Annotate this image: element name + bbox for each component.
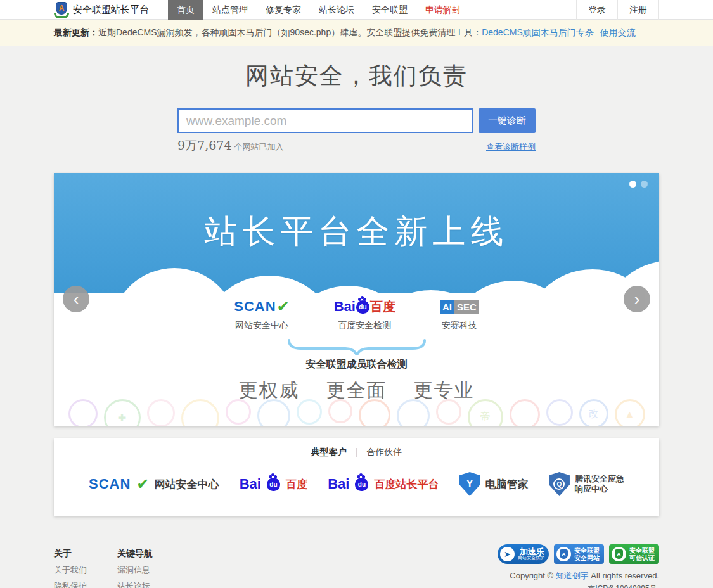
notice-bar: 最新更新：近期DedeCMS漏洞频发，各种顽固木马后门（如90sec.php）肆… <box>0 20 713 46</box>
baidu-paw-icon: du <box>267 478 280 491</box>
member-baidu: Bai du 百度 百度安全检测 <box>334 297 395 331</box>
register-link[interactable]: 注册 <box>617 0 659 20</box>
icp-number: 京ICP备10040895号. <box>498 584 659 588</box>
decor-circle-icon <box>257 399 290 426</box>
hero-section: 网站安全，我们负责 一键诊断 9万7,674个网站已加入 查看诊断样例 <box>0 46 713 154</box>
decor-circle-icon <box>546 399 573 426</box>
member-caption: 百度安全检测 <box>334 320 395 331</box>
nav-item-webmaster-forum[interactable]: 站长论坛 <box>310 0 363 20</box>
jiasule-badge[interactable]: ➤ 加速乐 网站安全防护 <box>498 544 549 564</box>
footer-about-column: 关于 关于我们 隐私保护 服务条款 <box>54 548 87 588</box>
page-title: 网站安全，我们负责 <box>0 60 713 92</box>
secure-site-badge[interactable]: A 安全联盟 安全网站 <box>554 544 604 564</box>
decor-circle-icon <box>359 399 390 426</box>
notice-tool-link[interactable]: DedeCMS顽固木马后门专杀 <box>482 27 594 37</box>
diagnose-button[interactable]: 一键诊断 <box>479 108 536 133</box>
decor-circle-icon <box>181 399 219 426</box>
login-link[interactable]: 登录 <box>576 0 617 20</box>
decor-circle-icon <box>226 399 251 425</box>
partner-tencent-src[interactable]: Q 腾讯安全应急 响应中心 <box>549 472 624 496</box>
footer-nav-column: 关键导航 漏洞信息 站长论坛 <box>117 548 153 588</box>
carousel-dots <box>629 181 648 188</box>
footer-link-privacy[interactable]: 隐私保护 <box>54 580 87 588</box>
scanv-logo: SCAN ✔ <box>234 297 289 316</box>
notice-chat-link[interactable]: 使用交流 <box>600 27 636 37</box>
decor-circle-icon <box>436 399 461 425</box>
member-scanv: SCAN ✔ 网站安全中心 <box>234 297 289 331</box>
partners-section: 典型客户 | 合作伙伴 SCAN✔ 网站安全中心 Baidu 百度 Baidu … <box>54 438 659 516</box>
shield-emblem-icon: A <box>612 547 626 561</box>
brand[interactable]: A 安全联盟站长平台 <box>54 0 149 20</box>
top-navbar: A 安全联盟站长平台 首页 站点管理 修复专家 站长论坛 安全联盟 申请解封 登… <box>0 0 713 20</box>
decor-circle-icon: ▲ <box>615 399 645 426</box>
brand-name: 安全联盟站长平台 <box>73 4 149 16</box>
pc-manager-shield-icon: Y <box>459 472 480 496</box>
joined-sites-suffix: 个网站已加入 <box>234 142 283 151</box>
decor-circle-icon <box>68 399 98 426</box>
alliance-members: SCAN ✔ 网站安全中心 Bai du 百度 百度安全检测 AISEC 安赛科… <box>54 297 659 331</box>
footer: 关于 关于我们 隐私保护 服务条款 关键导航 漏洞信息 站长论坛 ➤ 加速乐 网… <box>54 539 659 548</box>
partner-baidu[interactable]: Baidu 百度 <box>240 476 307 492</box>
carousel-icon-strip: ✚帝改▲ <box>54 397 659 426</box>
footer-column-title: 关键导航 <box>117 548 153 559</box>
tab-divider: | <box>356 447 358 457</box>
tab-typical-customers[interactable]: 典型客户 <box>311 447 347 457</box>
baidu-paw-icon: du <box>356 300 369 314</box>
copyright: Copyright © 知道创宇 All rights reserved. <box>498 570 659 582</box>
banner-headline: 站长平台全新上线 <box>54 210 659 254</box>
brand-logo-shield-icon: A <box>54 2 69 18</box>
carousel-prev-button[interactable]: ‹ <box>63 286 89 312</box>
rocket-icon: ➤ <box>500 547 515 561</box>
site-url-input[interactable] <box>177 108 473 133</box>
nav-item-unblock-request[interactable]: 申请解封 <box>416 0 470 20</box>
tencent-src-label: 腾讯安全应急 响应中心 <box>575 474 624 495</box>
tencent-shield-icon: Q <box>549 472 570 496</box>
decor-circle-icon: 帝 <box>468 399 503 426</box>
nav-item-security-alliance[interactable]: 安全联盟 <box>363 0 416 20</box>
notice-label: 最新更新： <box>54 27 98 37</box>
nav-item-repair-expert[interactable]: 修复专家 <box>257 0 310 20</box>
baidu-paw-icon: du <box>355 478 368 491</box>
baidu-logo: Bai du 百度 <box>334 297 395 316</box>
partner-tabs: 典型客户 | 合作伙伴 <box>54 447 659 458</box>
decor-circle-icon <box>510 399 540 426</box>
tab-cooperation-partners[interactable]: 合作伙伴 <box>366 447 402 457</box>
footer-link-forum[interactable]: 站长论坛 <box>117 580 153 588</box>
check-icon: ✔ <box>277 298 290 316</box>
notice-text: 近期DedeCMS漏洞频发，各种顽固木马后门（如90sec.php）肆虐。安全联… <box>98 27 482 37</box>
partner-scanv[interactable]: SCAN✔ 网站安全中心 <box>89 475 219 493</box>
joint-detection-caption: 安全联盟成员联合检测 <box>54 358 659 371</box>
decor-circle-icon <box>397 399 430 426</box>
decor-circle-icon <box>297 399 322 425</box>
carousel-next-button[interactable]: › <box>624 286 650 312</box>
aisec-logo: AISEC <box>440 297 479 316</box>
partner-baidu-zhanzhang[interactable]: Baidu 百度站长平台 <box>328 476 439 492</box>
footer-column-title: 关于 <box>54 548 87 559</box>
decor-circle-icon <box>147 399 175 426</box>
partner-logos-row: SCAN✔ 网站安全中心 Baidu 百度 Baidu 百度站长平台 Y 电脑管… <box>54 472 659 496</box>
trusted-cert-badge[interactable]: A 安全联盟 可信认证 <box>609 544 659 564</box>
member-aisec: AISEC 安赛科技 <box>440 297 479 331</box>
shield-emblem-icon: A <box>556 547 571 561</box>
decor-circle-icon: ✚ <box>104 399 141 426</box>
joined-sites-stat: 9万7,674个网站已加入 <box>177 137 283 154</box>
joined-sites-number: 9万7,674 <box>177 138 231 152</box>
nav-item-site-manage[interactable]: 站点管理 <box>203 0 257 20</box>
brace-icon <box>54 339 659 355</box>
zhidaochuangyu-link[interactable]: 知道创宇 <box>556 571 589 580</box>
member-caption: 网站安全中心 <box>234 320 289 331</box>
carousel-dot-1[interactable] <box>629 181 636 188</box>
carousel-dot-2[interactable] <box>641 181 648 188</box>
decor-circle-icon: 改 <box>579 399 608 426</box>
nav-item-home[interactable]: 首页 <box>168 0 203 20</box>
footer-link-about-us[interactable]: 关于我们 <box>54 565 87 576</box>
cert-badges: ➤ 加速乐 网站安全防护 A 安全联盟 安全网站 A <box>498 544 659 564</box>
member-caption: 安赛科技 <box>440 320 479 331</box>
carousel: 站长平台全新上线 SCAN ✔ 网站安全中心 Bai du 百度 百度安全检测 … <box>54 173 659 426</box>
footer-link-vuln-info[interactable]: 漏洞信息 <box>117 565 153 576</box>
partner-pc-manager[interactable]: Y 电脑管家 <box>459 472 529 496</box>
main-menu: 首页 站点管理 修复专家 站长论坛 安全联盟 申请解封 <box>168 0 470 20</box>
carousel-slide-banner: 站长平台全新上线 <box>54 173 659 293</box>
sample-report-link[interactable]: 查看诊断样例 <box>486 141 536 153</box>
decor-circle-icon <box>328 399 352 423</box>
